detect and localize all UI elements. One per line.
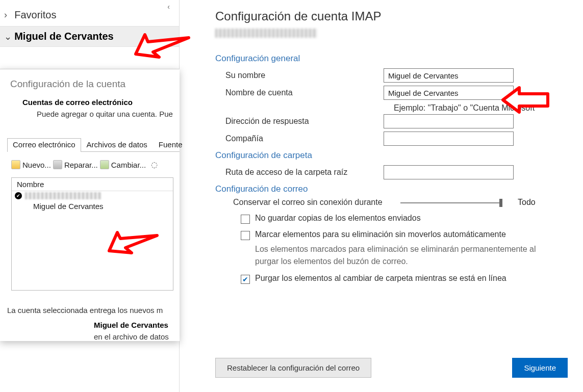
favorites-section[interactable]: › Favoritos xyxy=(0,0,179,27)
purge-checkbox[interactable] xyxy=(241,275,250,284)
repair-account-button[interactable]: Reparar... xyxy=(53,160,98,169)
change-account-button[interactable]: Cambiar... xyxy=(100,160,146,169)
account-table[interactable]: Nombre Miguel de Cervantes xyxy=(11,177,173,291)
redacted-email xyxy=(25,192,102,199)
tab-data-files[interactable]: Archivos de datos xyxy=(81,138,153,152)
mark-delete-label: Marcar elementos para su eliminación sin… xyxy=(255,230,506,239)
purge-label: Purgar los elementos al cambiar de carpe… xyxy=(255,274,506,283)
account-header[interactable]: ⌄ Miguel de Cervantes xyxy=(0,27,179,47)
redacted-subtitle xyxy=(215,29,317,38)
mail-settings-header: Configuración de correo xyxy=(215,184,568,194)
repair-icon xyxy=(53,160,62,169)
reply-address-label: Dirección de respuesta xyxy=(215,117,384,126)
general-settings-header: Configuración general xyxy=(215,54,568,64)
no-save-sent-checkbox[interactable] xyxy=(241,215,250,224)
account-name-example: Ejemplo: "Trabajo" o "Cuenta Microsoft" xyxy=(394,103,568,113)
account-name-input[interactable] xyxy=(384,86,514,100)
column-name: Nombre xyxy=(12,178,173,191)
favorites-label: Favoritos xyxy=(14,9,56,20)
account-settings-dialog: Configuración de la cuenta Cuentas de co… xyxy=(0,69,180,341)
collapse-nav-icon[interactable]: ‹ xyxy=(167,3,170,11)
account-header-name: Miguel de Cervantes xyxy=(14,31,114,42)
default-icon: ◌ xyxy=(151,160,158,169)
reply-address-input[interactable] xyxy=(384,114,514,128)
root-folder-input[interactable] xyxy=(384,165,514,179)
page-title: Configuración de cuenta IMAP xyxy=(215,9,568,23)
change-icon xyxy=(100,160,109,169)
dialog-section-title: Cuentas de correo electrónico xyxy=(22,98,133,107)
delivery-note: La cuenta seleccionada entrega los nuevo… xyxy=(0,291,180,319)
company-label: Compañía xyxy=(215,134,384,143)
root-folder-label: Ruta de acceso de la carpeta raíz xyxy=(215,168,384,177)
tab-email[interactable]: Correo electrónico xyxy=(7,138,81,152)
mark-delete-checkbox[interactable] xyxy=(241,231,250,240)
mark-delete-hint: Los elementos marcados para eliminación … xyxy=(215,243,568,268)
new-icon xyxy=(11,160,20,169)
your-name-label: Su nombre xyxy=(215,71,384,80)
table-row-name: Miguel de Cervantes xyxy=(12,202,173,211)
offline-label: Conservar el correo sin conexión durante xyxy=(233,198,391,207)
account-name-label: Nombre de cuenta xyxy=(215,88,384,97)
folder-settings-header: Configuración de carpeta xyxy=(215,150,568,161)
delivery-account-name: Miguel de Cervantes xyxy=(0,319,180,329)
company-input[interactable] xyxy=(384,132,514,146)
delivery-datafile: en el archivo de datos xyxy=(0,329,180,341)
chevron-down-icon: ⌄ xyxy=(4,31,11,42)
new-account-button[interactable]: Nuevo... xyxy=(11,160,51,169)
table-row[interactable] xyxy=(12,191,173,200)
your-name-input[interactable] xyxy=(384,68,514,83)
slider-end-label: Todo xyxy=(518,198,536,207)
default-check-icon xyxy=(15,192,22,199)
dialog-title: Configuración de la cuenta xyxy=(0,69,180,98)
chevron-right-icon: › xyxy=(4,10,11,20)
no-save-sent-label: No guardar copias de los elementos envia… xyxy=(255,214,421,223)
dialog-section-hint: Puede agregar o quitar una cuenta. Pue xyxy=(37,110,174,118)
offline-slider[interactable] xyxy=(400,197,502,207)
next-button[interactable]: Siguiente xyxy=(512,358,568,378)
reset-mail-settings-button[interactable]: Restablecer la configuración del correo xyxy=(215,358,371,378)
